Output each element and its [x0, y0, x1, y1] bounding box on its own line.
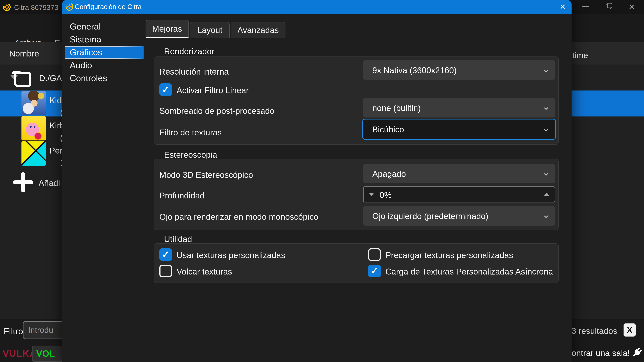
multiplayer-room-hint[interactable]: ontrar una sala!: [572, 348, 630, 358]
depth-value: 0%: [380, 190, 392, 200]
game-icon-kirby[interactable]: [22, 116, 46, 140]
preload-textures-checkbox[interactable]: ✓: [368, 248, 381, 261]
filter-label: Filtro:: [4, 326, 26, 336]
tab-avanzadas[interactable]: Avanzadas: [231, 22, 286, 38]
sidebar-item-general[interactable]: General: [65, 20, 144, 33]
chevron-down-icon: ⌄: [541, 122, 551, 133]
async-texture-load-checkbox[interactable]: ✓: [368, 265, 381, 277]
check-icon: ✓: [159, 248, 172, 261]
config-dialog: Configuración de Citra ✕ General Sistema…: [62, 0, 572, 362]
custom-textures-label[interactable]: Usar texturas personalizadas: [176, 250, 285, 260]
dialog-close-icon[interactable]: ✕: [557, 2, 568, 12]
folder-icon: [12, 67, 37, 89]
volume-label: VOL: [36, 348, 55, 359]
add-games-plus-icon[interactable]: [13, 180, 33, 184]
stereo-mode-select[interactable]: Apagado ⌄: [363, 164, 555, 183]
chevron-down-icon: ⌄: [541, 101, 551, 112]
close-icon[interactable]: ✕: [628, 3, 635, 11]
depth-spinner[interactable]: 0%: [363, 186, 555, 202]
post-shader-select[interactable]: none (builtin) ⌄: [363, 98, 555, 117]
restore-icon-front[interactable]: [607, 3, 612, 8]
sidebar-item-audio[interactable]: Audio: [65, 59, 144, 72]
internal-resolution-select[interactable]: 9x Nativa (3600x2160) ⌄: [363, 60, 555, 80]
tab-mejoras[interactable]: Mejoras: [146, 20, 189, 38]
dump-textures-checkbox[interactable]: ✓: [159, 265, 172, 277]
column-header-nombre[interactable]: Nombre: [9, 49, 39, 58]
spinner-up-icon[interactable]: [544, 193, 549, 196]
column-header-time[interactable]: time: [572, 50, 588, 60]
game-title[interactable]: Kid: [50, 95, 62, 105]
texture-filter-label: Filtro de texturas: [159, 128, 222, 137]
section-title-estereoscopia: Estereoscopia: [164, 150, 217, 160]
citra-logo-icon: [65, 2, 74, 11]
stereo-mode-label: Modo 3D Estereoscópico: [159, 170, 253, 180]
check-icon: ✓: [368, 265, 381, 277]
post-shader-label: Sombreado de post-procesado: [159, 106, 274, 116]
linear-filter-checkbox[interactable]: ✓: [159, 83, 172, 96]
linear-filter-label[interactable]: Activar Filtro Linear: [176, 85, 249, 95]
check-icon: ✓: [159, 83, 172, 96]
internal-resolution-label: Resolución interna: [159, 67, 229, 77]
utilidad-groupbox: [154, 243, 559, 283]
section-title-renderizador: Renderizador: [164, 46, 214, 56]
dialog-title: Configuración de Citra: [75, 3, 142, 10]
results-count: 3 resultados: [572, 326, 617, 336]
citra-logo-icon: [2, 3, 11, 11]
clear-filter-button[interactable]: X: [624, 324, 636, 337]
add-games-row[interactable]: Añadi: [38, 178, 60, 188]
depth-label: Profundidad: [159, 191, 204, 200]
custom-textures-checkbox[interactable]: ✓: [159, 248, 172, 261]
sidebar-item-graficos[interactable]: Gráficos: [65, 46, 144, 59]
game-icon-persona[interactable]: [22, 141, 46, 166]
dump-textures-label[interactable]: Volcar texturas: [176, 267, 232, 277]
dialog-titlebar[interactable]: Configuración de Citra ✕: [62, 0, 572, 14]
chevron-down-icon: ⌄: [541, 209, 551, 220]
plug-icon[interactable]: [631, 347, 643, 359]
main-window-title: Citra 8679373: [14, 3, 58, 11]
filter-placeholder: Introdu: [28, 326, 53, 335]
chevron-down-icon: ⌄: [541, 63, 551, 74]
minimize-icon[interactable]: [582, 6, 589, 7]
chevron-down-icon: ⌄: [541, 167, 551, 178]
preload-textures-label[interactable]: Precargar texturas personalizadas: [386, 250, 513, 260]
sidebar-item-controles[interactable]: Controles: [65, 72, 144, 85]
game-icon-kid-icarus[interactable]: [22, 91, 46, 115]
mono-eye-select[interactable]: Ojo izquierdo (predeterminado) ⌄: [363, 206, 555, 226]
sidebar-item-sistema[interactable]: Sistema: [65, 33, 144, 46]
folder-row[interactable]: D:/GA: [39, 73, 62, 83]
spinner-down-icon[interactable]: [369, 193, 374, 196]
tab-layout[interactable]: Layout: [190, 22, 230, 38]
async-texture-load-label[interactable]: Carga de Texturas Personalizadas Asíncro…: [386, 267, 553, 277]
texture-filter-select[interactable]: Bicúbico ⌄: [362, 119, 556, 140]
mono-eye-label: Ojo para renderizar en modo monoscópico: [159, 212, 318, 222]
section-title-utilidad: Utilidad: [164, 234, 192, 244]
